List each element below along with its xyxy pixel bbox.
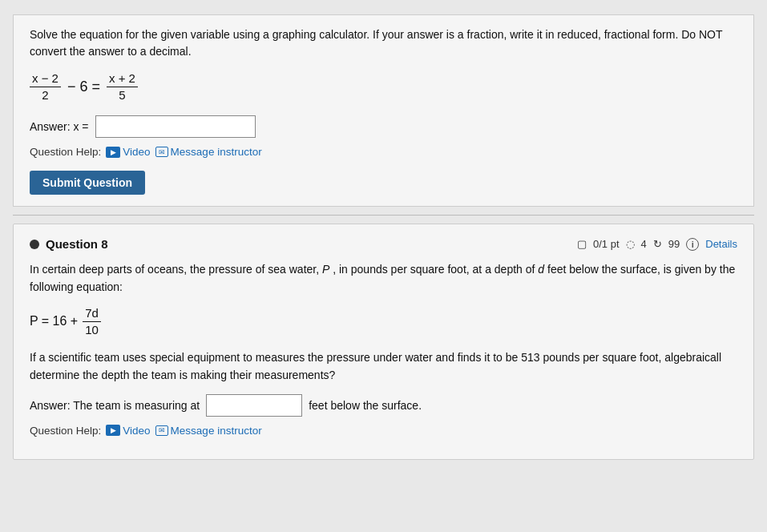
q8-label: Question 8 — [46, 237, 108, 251]
section-divider — [13, 215, 754, 216]
q8-label-group: Question 8 — [30, 237, 108, 251]
q8-refresh: 99 — [668, 238, 680, 250]
q7-help-row: Question Help: ▶ Video ✉ Message instruc… — [30, 146, 737, 158]
q8-message-link[interactable]: ✉ Message instructor — [155, 425, 262, 437]
q7-instruction: Solve the equation for the given variabl… — [30, 26, 737, 60]
q7-message-link[interactable]: ✉ Message instructor — [155, 146, 262, 158]
q7-message-label: Message instructor — [171, 146, 262, 158]
q8-body1: In certain deep parts of oceans, the pre… — [30, 263, 319, 276]
q8-eq-den: 10 — [83, 322, 101, 337]
q8-details-link[interactable]: Details — [705, 238, 737, 250]
video-icon: ▶ — [106, 147, 120, 158]
q8-eq-num: 7d — [83, 306, 101, 322]
q8-body4: If a scientific team uses special equipm… — [30, 349, 737, 385]
q8-answer-row: Answer: The team is measuring at feet be… — [30, 394, 737, 417]
q8-help-label: Question Help: — [30, 425, 101, 437]
history-icon: ◌ — [626, 238, 635, 250]
q8-equation-prefix: P = 16 + — [30, 314, 78, 328]
q7-right-fraction: x + 2 5 — [107, 71, 138, 103]
q7-left-numerator: x − 2 — [30, 71, 61, 87]
q8-video-icon: ▶ — [106, 425, 120, 436]
q7-answer-row: Answer: x = — [30, 115, 737, 138]
q8-problem-body4: If a scientific team uses special equipm… — [30, 351, 721, 381]
q7-video-label: Video — [123, 146, 150, 158]
score-icon: ▢ — [577, 238, 587, 250]
q7-left-fraction: x − 2 2 — [30, 71, 61, 103]
q8-answer-label: Answer: The team is measuring at — [30, 399, 200, 412]
q8-meta: ▢ 0/1 pt ◌ 4 ↻ 99 i Details — [577, 238, 737, 251]
q7-right-numerator: x + 2 — [107, 71, 138, 87]
q8-help-row: Question Help: ▶ Video ✉ Message instruc… — [30, 425, 737, 437]
question-8-section: Question 8 ▢ 0/1 pt ◌ 4 ↻ 99 i Details I… — [13, 224, 754, 460]
q7-right-denominator: 5 — [116, 87, 127, 103]
q8-problem-text: In certain deep parts of oceans, the pre… — [30, 260, 737, 296]
q8-answer-suffix: feet below the surface. — [309, 399, 422, 412]
q8-score: 0/1 pt — [593, 238, 620, 250]
q7-video-link[interactable]: ▶ Video — [106, 146, 150, 158]
q8-P: P — [322, 263, 329, 276]
q8-fraction: 7d 10 — [83, 306, 101, 337]
q8-equation: P = 16 + 7d 10 — [30, 306, 737, 337]
q7-help-label: Question Help: — [30, 146, 101, 158]
refresh-icon: ↻ — [653, 238, 662, 250]
message-icon: ✉ — [155, 147, 168, 157]
question-7-section: Solve the equation for the given variabl… — [13, 14, 754, 207]
q7-answer-input[interactable] — [95, 115, 256, 138]
q7-answer-label: Answer: x = — [30, 120, 89, 133]
q7-equation: x − 2 2 − 6 = x + 2 5 — [30, 71, 737, 103]
page-wrapper: Solve the equation for the given variabl… — [0, 0, 767, 474]
q8-header: Question 8 ▢ 0/1 pt ◌ 4 ↻ 99 i Details — [30, 237, 737, 251]
info-icon[interactable]: i — [686, 238, 699, 251]
q8-message-icon: ✉ — [155, 425, 168, 436]
q8-d: d — [538, 263, 544, 276]
q8-history: 4 — [641, 238, 647, 250]
q8-video-label: Video — [123, 425, 150, 437]
q7-submit-button[interactable]: Submit Question — [30, 171, 145, 195]
q8-answer-input[interactable] — [206, 394, 302, 417]
q8-message-label: Message instructor — [171, 425, 262, 437]
q7-left-denominator: 2 — [39, 87, 50, 103]
q8-bullet — [30, 240, 39, 249]
q7-equation-middle: − 6 = — [67, 79, 100, 95]
q8-video-link[interactable]: ▶ Video — [106, 425, 150, 437]
q8-body2: , in pounds per square foot, at a depth … — [333, 263, 535, 276]
